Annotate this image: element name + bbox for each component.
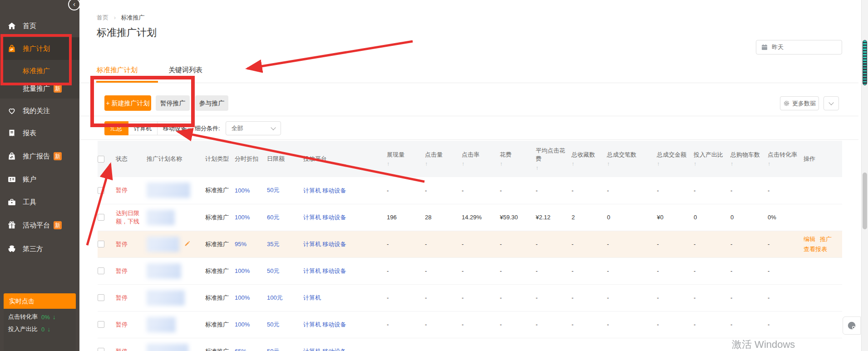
select-all-checkbox[interactable] xyxy=(98,156,104,163)
scrollbar-thumb[interactable] xyxy=(863,173,867,229)
sort-asc-icon[interactable]: ↑ xyxy=(607,161,653,167)
row-checkbox[interactable] xyxy=(98,214,104,221)
column-label: 状态 xyxy=(116,155,128,162)
column-label: 展现量 xyxy=(387,151,404,158)
column-label: 日限额 xyxy=(267,155,285,162)
date-range-picker[interactable]: 昨天 xyxy=(756,40,842,54)
device-tab-1[interactable]: 计算机 xyxy=(128,121,158,135)
breadcrumb-home-link[interactable]: 首页 xyxy=(97,14,108,21)
pause-promo-button[interactable]: 暂停推广 xyxy=(156,95,190,111)
new-plan-button[interactable]: + 新建推广计划 xyxy=(104,95,151,111)
time-discount-link[interactable]: 100% xyxy=(235,187,250,194)
tab-bar: 标准推广计划 关键词列表 xyxy=(79,63,858,83)
row-checkbox[interactable] xyxy=(98,267,104,274)
platform-link[interactable]: 计算机 移动设备 xyxy=(303,213,346,222)
time-discount-link[interactable]: 95% xyxy=(235,241,247,247)
row-checkbox[interactable] xyxy=(98,241,104,247)
sort-asc-icon[interactable]: ↑ xyxy=(694,161,727,167)
chat-widget-button[interactable] xyxy=(843,316,861,335)
platform-link[interactable]: 计算机 移动设备 xyxy=(303,240,346,248)
platform-link[interactable]: 计算机 移动设备 xyxy=(303,320,346,329)
plan-name-redacted xyxy=(147,344,188,351)
daily-limit-link[interactable]: 60元 xyxy=(267,214,279,221)
time-discount-link[interactable]: 100% xyxy=(235,214,250,221)
join-promo-button[interactable]: 参与推广 xyxy=(195,95,228,111)
expand-columns-button[interactable] xyxy=(824,96,839,110)
sort-asc-icon[interactable]: ↑ xyxy=(536,165,568,171)
daily-limit-link[interactable]: 100元 xyxy=(267,294,283,301)
metric-value-5: - xyxy=(572,241,573,247)
sort-asc-icon[interactable]: ↑ xyxy=(657,161,690,167)
globe-icon xyxy=(7,244,17,254)
sidebar-item-0[interactable]: 首页 xyxy=(0,15,79,37)
sidebar-item-9[interactable]: 活动平台新 xyxy=(0,214,79,237)
action-link[interactable]: 查看报表 xyxy=(804,246,827,252)
sidebar-item-7[interactable]: 账户 xyxy=(0,168,79,191)
row-checkbox[interactable] xyxy=(98,187,104,194)
sidebar-item-label: 第三方 xyxy=(23,245,43,253)
row-checkbox[interactable] xyxy=(98,294,104,301)
scrollbar-thumb-striped[interactable] xyxy=(863,40,867,85)
sidebar-item-1[interactable]: 推广计划 xyxy=(0,37,79,60)
time-discount-link[interactable]: 100% xyxy=(235,294,250,301)
report-icon xyxy=(7,128,17,138)
platform-link[interactable]: 计算机 移动设备 xyxy=(303,347,346,351)
column-label: 总购物车数 xyxy=(730,151,760,158)
daily-limit-link[interactable]: 50元 xyxy=(267,321,279,328)
platform-link[interactable]: 计算机 xyxy=(303,293,346,302)
sidebar-item-label: 我的关注 xyxy=(23,107,50,115)
sort-asc-icon[interactable]: ↑ xyxy=(462,161,496,167)
sidebar-item-4[interactable]: 我的关注 xyxy=(0,99,79,122)
row-checkbox[interactable] xyxy=(98,348,104,351)
sidebar-collapse-button[interactable]: ‹ xyxy=(68,0,80,10)
sort-asc-icon[interactable]: ↑ xyxy=(425,161,458,167)
sidebar-item-label: 推广报告 xyxy=(23,152,50,161)
tab-keyword-list[interactable]: 关键词列表 xyxy=(168,66,202,74)
device-tab-0[interactable]: 汇总 xyxy=(104,121,128,135)
column-header-10: 平均点击花费↑ xyxy=(536,141,572,177)
daily-limit-link[interactable]: 50元 xyxy=(267,267,279,274)
plan-row-4: 暂停标准推广100%100元计算机----------- xyxy=(98,284,842,311)
sidebar-item-10[interactable]: 第三方 xyxy=(0,237,79,260)
sidebar-item-8[interactable]: 工具 xyxy=(0,191,79,213)
tab-standard-plan[interactable]: 标准推广计划 xyxy=(97,66,138,74)
action-link[interactable]: 编辑 xyxy=(804,236,815,242)
sidebar-item-3[interactable]: 批量推广新 xyxy=(0,79,79,98)
sort-asc-icon[interactable]: ↑ xyxy=(730,161,764,167)
metric-value-10: 0% xyxy=(768,214,776,221)
idcard-icon xyxy=(7,174,17,184)
segment-filter-dropdown[interactable]: 全部 xyxy=(226,121,281,135)
metric-value-0: - xyxy=(387,348,389,351)
sidebar-item-6[interactable]: 推广报告新 xyxy=(0,145,79,168)
breadcrumb: 首页 › 标准推广 xyxy=(97,14,145,22)
pencil-icon[interactable] xyxy=(184,240,191,248)
sidebar-item-2[interactable]: 标准推广 xyxy=(0,62,79,80)
row-checkbox[interactable] xyxy=(98,321,104,328)
daily-limit-link[interactable]: 50元 xyxy=(267,348,279,351)
sort-asc-icon[interactable]: ↑ xyxy=(387,161,421,167)
sort-asc-icon[interactable]: ↑ xyxy=(572,161,603,167)
sidebar-item-label: 批量推广 xyxy=(23,84,50,93)
realtime-panel-title: 实时点击 xyxy=(4,293,76,309)
metric-value-7: - xyxy=(657,348,659,351)
metric-value-5: - xyxy=(572,348,573,351)
time-discount-link[interactable]: 100% xyxy=(235,321,250,328)
sort-asc-icon[interactable]: ↑ xyxy=(768,161,800,167)
action-link[interactable]: 推广 xyxy=(820,236,832,242)
sort-asc-icon[interactable]: ↑ xyxy=(500,161,532,167)
more-data-button[interactable]: 更多数据 xyxy=(780,96,819,110)
sidebar-item-5[interactable]: 报表 xyxy=(0,122,79,144)
daily-limit-link[interactable]: 50元 xyxy=(267,187,279,193)
metric-value-5: - xyxy=(572,294,573,301)
platform-link[interactable]: 计算机 移动设备 xyxy=(303,186,346,195)
scrollbar[interactable] xyxy=(861,0,868,351)
heart-icon xyxy=(7,106,17,116)
daily-limit-link[interactable]: 35元 xyxy=(267,241,279,247)
metric-value-5: - xyxy=(572,187,573,194)
status-text: 暂停 xyxy=(116,294,143,302)
time-discount-link[interactable]: 65% xyxy=(235,348,247,351)
platform-link[interactable]: 计算机 移动设备 xyxy=(303,267,346,275)
metric-value-3: ¥59.30 xyxy=(500,214,518,221)
metric-value-1: - xyxy=(425,321,427,328)
time-discount-link[interactable]: 100% xyxy=(235,267,250,274)
